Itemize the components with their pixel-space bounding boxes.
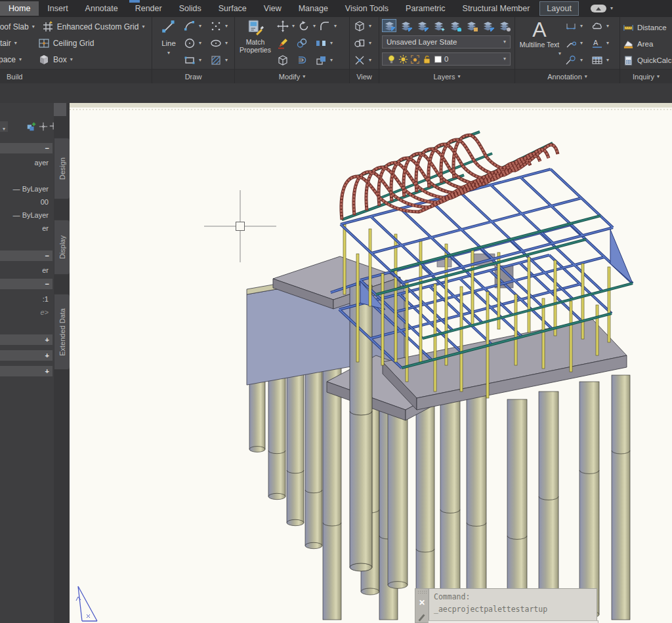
layer-states-button[interactable] <box>497 19 511 32</box>
panel-layers-footer[interactable]: Layers <box>379 69 514 83</box>
tab-manage[interactable]: Manage <box>290 1 337 16</box>
tab-insert[interactable]: Insert <box>39 1 76 16</box>
space-caret-icon[interactable] <box>19 57 22 62</box>
erase-icon[interactable] <box>277 37 289 49</box>
prop-row-linetype-scale[interactable]: 00 <box>0 195 52 208</box>
arc-caret-icon[interactable] <box>199 24 201 29</box>
offset-icon[interactable] <box>296 54 308 66</box>
tab-home[interactable]: Home <box>0 1 39 16</box>
leader-caret-icon[interactable] <box>580 41 583 46</box>
stretch-icon[interactable] <box>315 54 327 66</box>
prop-row-lineweight[interactable]: er <box>0 222 52 234</box>
move-icon[interactable] <box>277 20 289 32</box>
ribbon-minimize-caret-icon[interactable] <box>610 6 613 11</box>
fillet-icon[interactable] <box>319 20 331 32</box>
prop-row-blank[interactable] <box>0 169 52 182</box>
panel-view-footer[interactable]: View <box>350 69 379 83</box>
area-button[interactable]: Area <box>637 40 653 48</box>
tab-structural-member[interactable]: Structural Member <box>454 1 539 16</box>
prop-row-material[interactable]: er <box>0 264 52 276</box>
panel-modify-footer[interactable]: Modify <box>235 69 349 83</box>
mirror-caret-icon[interactable] <box>330 41 333 46</box>
wrench-icon[interactable] <box>418 613 425 622</box>
table-caret-icon[interactable] <box>606 58 609 63</box>
text-style-icon[interactable] <box>591 37 603 49</box>
layer-previous-button[interactable] <box>480 19 495 32</box>
text-style-caret-icon[interactable] <box>606 41 609 46</box>
enhanced-grid-caret-icon[interactable] <box>142 24 144 30</box>
select-objects-icon[interactable] <box>38 121 49 132</box>
section-header-3d-visualization[interactable]: − <box>0 251 52 261</box>
table-icon[interactable] <box>591 54 603 66</box>
multileader-icon[interactable] <box>565 54 577 66</box>
ellipse-caret-icon[interactable] <box>225 41 228 46</box>
revision-cloud-caret-icon[interactable] <box>606 24 609 29</box>
command-window-grip[interactable]: ✕ <box>415 589 429 622</box>
panel-build-footer[interactable]: Build <box>0 69 152 83</box>
stair-caret-icon[interactable] <box>14 41 17 46</box>
line-caret-icon[interactable] <box>167 50 170 56</box>
mirror-icon[interactable] <box>315 37 327 49</box>
multiline-text-button[interactable]: A Multiline Text <box>519 18 560 49</box>
section-header-collapsed-1[interactable]: + <box>0 334 52 345</box>
view-cube-caret-icon[interactable] <box>369 24 371 29</box>
rotate-caret-icon[interactable] <box>313 24 316 29</box>
layer-off-button[interactable] <box>448 19 462 32</box>
section-header-collapsed-2[interactable]: + <box>0 350 52 361</box>
leader-icon[interactable] <box>565 37 577 49</box>
current-layer-dropdown[interactable]: 0 <box>382 52 511 66</box>
line-button[interactable]: Line <box>155 20 182 56</box>
quickcalc-button[interactable]: QuickCalc <box>637 56 671 64</box>
fillet-caret-icon[interactable] <box>334 24 337 29</box>
box-caret-icon[interactable] <box>70 57 73 62</box>
rectangle-caret-icon[interactable] <box>199 58 201 63</box>
prop-row-scale[interactable]: :1 <box>0 292 52 305</box>
command-line-window[interactable]: ✕ Command:_aecprojectpalettestartup <box>415 588 597 623</box>
space-button[interactable]: Space <box>0 55 16 64</box>
circle-icon[interactable] <box>184 37 196 49</box>
quick-select-icon[interactable] <box>26 121 37 132</box>
box-button[interactable]: Box <box>53 55 67 64</box>
hatch-caret-icon[interactable] <box>225 58 228 63</box>
named-views-caret-icon[interactable] <box>369 41 371 46</box>
arc-icon[interactable] <box>184 20 196 32</box>
command-input-row[interactable] <box>428 620 598 623</box>
close-icon[interactable]: ✕ <box>415 598 429 607</box>
tab-surface[interactable]: Surface <box>210 1 255 16</box>
orbit-icon[interactable] <box>354 54 366 66</box>
move-caret-icon[interactable] <box>292 24 295 29</box>
layer-freeze-button[interactable] <box>431 19 446 32</box>
tab-vision-tools[interactable]: Vision Tools <box>337 1 397 16</box>
panel-inquiry-footer[interactable]: Inquiry <box>620 69 672 83</box>
layer-properties-button[interactable] <box>382 19 396 32</box>
match-properties-button[interactable]: Match Properties <box>236 19 274 54</box>
rotate-icon[interactable] <box>298 20 310 32</box>
tab-render[interactable]: Render <box>127 1 171 16</box>
dimension-icon[interactable] <box>565 20 577 32</box>
tab-annotate[interactable]: Annotate <box>77 1 127 16</box>
copy-icon[interactable] <box>296 37 308 49</box>
revision-cloud-icon[interactable] <box>591 20 603 32</box>
command-history[interactable]: Command:_aecprojectpalettestartup <box>429 589 597 622</box>
prop-row-linetype[interactable]: — ByLayer <box>0 182 52 195</box>
panel-annotation-footer[interactable]: Annotation <box>515 69 620 83</box>
point-caret-icon[interactable] <box>225 24 228 29</box>
view-cube-icon[interactable] <box>354 20 366 32</box>
layer-match-button[interactable] <box>464 19 478 32</box>
explode-icon[interactable] <box>277 54 289 66</box>
orbit-caret-icon[interactable] <box>369 58 371 63</box>
stretch-caret-icon[interactable] <box>330 58 333 63</box>
palette-grip[interactable] <box>54 103 66 116</box>
palette-tab-extended-data[interactable]: Extended Data <box>54 294 70 370</box>
mtext-caret-icon[interactable] <box>558 51 561 56</box>
named-views-icon[interactable] <box>354 37 366 49</box>
point-icon[interactable] <box>210 20 222 32</box>
ribbon-minimize-icon[interactable] <box>591 5 606 12</box>
palette-tab-design[interactable]: Design <box>54 138 70 199</box>
distance-button[interactable]: Distance <box>637 24 667 31</box>
tab-layout[interactable]: Layout <box>539 1 579 16</box>
roof-slab-caret-icon[interactable] <box>32 24 35 30</box>
layer-state-dropdown[interactable]: Unsaved Layer State <box>382 35 511 49</box>
prop-row-none[interactable]: e> <box>0 306 52 318</box>
circle-caret-icon[interactable] <box>199 41 201 46</box>
